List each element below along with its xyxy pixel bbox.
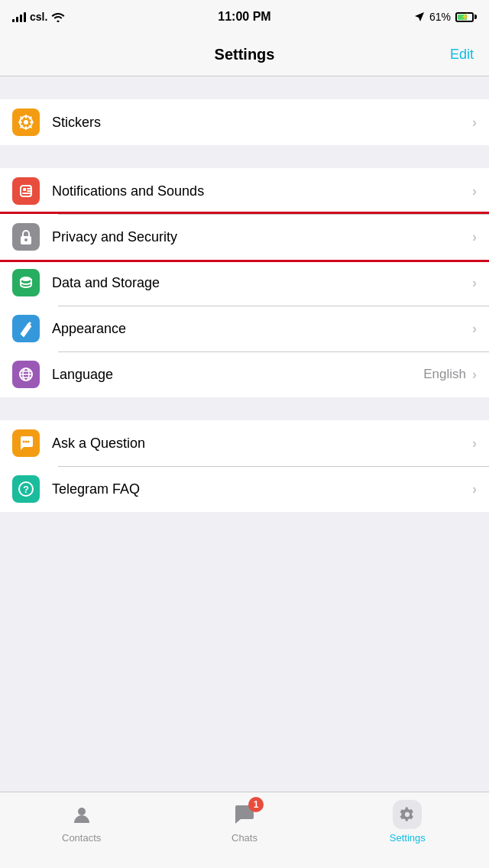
svg-point-15 <box>23 441 25 443</box>
tab-chats[interactable]: 1 Chats <box>163 800 325 844</box>
data-label: Data and Storage <box>52 275 472 291</box>
svg-point-9 <box>21 277 31 281</box>
svg-rect-3 <box>23 188 26 191</box>
faq-row[interactable]: ? Telegram FAQ › <box>0 466 489 512</box>
signal-icon <box>12 11 26 22</box>
chats-badge: 1 <box>248 797 264 812</box>
ask-question-label: Ask a Question <box>52 436 472 452</box>
settings-tab-label: Settings <box>390 832 426 844</box>
tab-contacts[interactable]: Contacts <box>0 800 163 844</box>
location-icon <box>414 11 425 22</box>
privacy-icon <box>12 223 40 251</box>
sticker-icon <box>12 108 40 136</box>
privacy-row[interactable]: Privacy and Security › <box>0 214 489 260</box>
nav-bar: Settings Edit <box>0 34 489 76</box>
chats-icon: 1 <box>230 800 259 829</box>
svg-point-21 <box>405 812 410 817</box>
svg-point-17 <box>28 441 30 443</box>
tab-bar: Contacts 1 Chats Settings <box>0 792 489 868</box>
carrier-label: csl. <box>30 11 47 23</box>
notifications-icon <box>12 177 40 205</box>
language-icon <box>12 361 40 388</box>
chevron-icon: › <box>472 183 477 199</box>
notifications-label: Notifications and Sounds <box>52 183 472 199</box>
contacts-icon <box>67 800 96 829</box>
status-bar: csl. 11:00 PM 61% ⚡ <box>0 0 489 34</box>
language-value: English <box>423 367 466 382</box>
stickers-section: Stickers › <box>0 99 489 145</box>
appearance-row[interactable]: Appearance › <box>0 306 489 351</box>
status-left: csl. <box>12 11 65 23</box>
language-row[interactable]: Language English › <box>0 351 489 397</box>
stickers-row[interactable]: Stickers › <box>0 99 489 145</box>
appearance-icon <box>12 315 40 342</box>
chevron-icon: › <box>472 321 477 337</box>
main-section: Notifications and Sounds › Privacy and S… <box>0 168 489 397</box>
svg-point-20 <box>78 808 86 815</box>
settings-icon <box>393 800 422 829</box>
contacts-tab-label: Contacts <box>62 832 101 844</box>
page-title: Settings <box>215 46 275 63</box>
faq-label: Telegram FAQ <box>52 481 472 497</box>
notifications-row[interactable]: Notifications and Sounds › <box>0 168 489 214</box>
chevron-icon: › <box>472 436 477 452</box>
tab-settings[interactable]: Settings <box>326 800 489 844</box>
ask-question-row[interactable]: Ask a Question › <box>0 420 489 466</box>
edit-button[interactable]: Edit <box>450 47 474 63</box>
svg-point-1 <box>24 120 28 125</box>
svg-point-8 <box>24 238 28 241</box>
chevron-icon: › <box>472 115 477 131</box>
faq-icon: ? <box>12 475 40 503</box>
support-section: Ask a Question › ? Telegram FAQ › <box>0 420 489 512</box>
privacy-label: Privacy and Security <box>52 229 472 245</box>
question-icon <box>12 429 40 457</box>
status-time: 11:00 PM <box>218 10 270 24</box>
stickers-label: Stickers <box>52 115 472 131</box>
chevron-icon: › <box>472 275 477 291</box>
chevron-icon: › <box>472 367 477 383</box>
appearance-label: Appearance <box>52 321 472 337</box>
wifi-icon <box>51 11 65 22</box>
chevron-icon: › <box>472 481 477 497</box>
svg-text:?: ? <box>23 484 29 495</box>
language-label: Language <box>52 367 423 383</box>
battery-icon: ⚡ <box>455 12 477 22</box>
svg-point-16 <box>25 441 28 443</box>
status-right: 61% ⚡ <box>414 11 477 23</box>
battery-percent: 61% <box>429 11 451 23</box>
chats-tab-label: Chats <box>232 832 257 844</box>
chevron-icon: › <box>472 229 477 245</box>
data-row[interactable]: Data and Storage › <box>0 260 489 306</box>
data-icon <box>12 269 40 296</box>
